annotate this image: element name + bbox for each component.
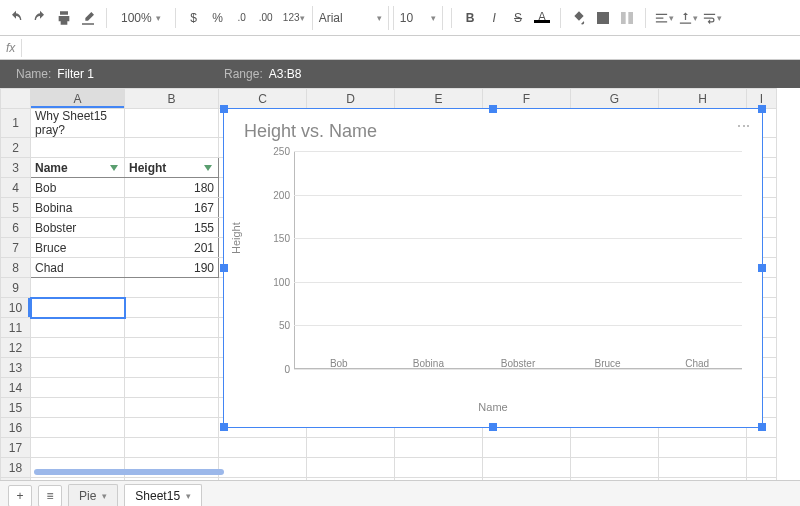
cell[interactable]	[125, 358, 219, 378]
decrease-decimal-button[interactable]: .0	[232, 7, 252, 29]
cell[interactable]	[219, 478, 307, 481]
cell[interactable]: Chad	[31, 258, 125, 278]
tab-sheet15[interactable]: Sheet15▾	[124, 484, 202, 507]
chart-object[interactable]: ⋮ Height vs. Name Height 050100150200250…	[223, 108, 763, 428]
cell[interactable]: Bobster	[31, 218, 125, 238]
tab-pie[interactable]: Pie▾	[68, 484, 118, 507]
cell[interactable]	[395, 438, 483, 458]
cell[interactable]	[483, 438, 571, 458]
row-header[interactable]: 17	[1, 438, 31, 458]
cell[interactable]	[31, 278, 125, 298]
redo-button[interactable]	[30, 7, 50, 29]
cell[interactable]	[125, 138, 219, 158]
font-family-dropdown[interactable]: Arial▾	[312, 6, 389, 30]
chart-menu-icon[interactable]: ⋮	[736, 119, 752, 134]
cell[interactable]: 155	[125, 218, 219, 238]
col-header[interactable]: D	[307, 89, 395, 109]
cell[interactable]	[31, 398, 125, 418]
cell[interactable]	[31, 318, 125, 338]
cell[interactable]	[307, 438, 395, 458]
row-header[interactable]: 5	[1, 198, 31, 218]
cell[interactable]	[747, 478, 777, 481]
col-header[interactable]: G	[571, 89, 659, 109]
select-all-corner[interactable]	[1, 89, 31, 109]
cell[interactable]	[31, 358, 125, 378]
col-header[interactable]: B	[125, 89, 219, 109]
cell[interactable]	[395, 478, 483, 481]
row-header[interactable]: 15	[1, 398, 31, 418]
horizontal-scrollbar[interactable]	[34, 469, 224, 475]
currency-button[interactable]: $	[184, 7, 204, 29]
cell[interactable]: 167	[125, 198, 219, 218]
col-header[interactable]: C	[219, 89, 307, 109]
increase-decimal-button[interactable]: .00	[256, 7, 276, 29]
row-header[interactable]: 13	[1, 358, 31, 378]
cell[interactable]: Why Sheet15 pray?	[31, 109, 125, 138]
cell[interactable]	[31, 438, 125, 458]
row-header[interactable]: 10	[1, 298, 31, 318]
row-header[interactable]: 1	[1, 109, 31, 138]
cell[interactable]	[125, 418, 219, 438]
cell[interactable]	[483, 478, 571, 481]
cell[interactable]: Bobina	[31, 198, 125, 218]
all-sheets-button[interactable]: ≡	[38, 485, 62, 507]
cell[interactable]	[31, 478, 125, 481]
strikethrough-button[interactable]: S	[508, 7, 528, 29]
print-button[interactable]	[54, 7, 74, 29]
cell[interactable]	[307, 478, 395, 481]
bold-button[interactable]: B	[460, 7, 480, 29]
filter-range-value[interactable]: A3:B8	[269, 67, 302, 81]
cell[interactable]	[125, 298, 219, 318]
cell[interactable]	[125, 438, 219, 458]
row-header[interactable]: 19	[1, 478, 31, 481]
row-header[interactable]: 16	[1, 418, 31, 438]
cell[interactable]	[747, 438, 777, 458]
row-header[interactable]: 4	[1, 178, 31, 198]
filter-name-value[interactable]: Filter 1	[57, 67, 94, 81]
cell[interactable]	[31, 298, 125, 318]
row-header[interactable]: 6	[1, 218, 31, 238]
cell[interactable]	[219, 438, 307, 458]
cell[interactable]	[31, 338, 125, 358]
cell[interactable]	[307, 458, 395, 478]
formula-input[interactable]	[21, 39, 794, 57]
cell[interactable]	[31, 378, 125, 398]
cell[interactable]	[31, 418, 125, 438]
row-header[interactable]: 2	[1, 138, 31, 158]
row-header[interactable]: 14	[1, 378, 31, 398]
row-header[interactable]: 8	[1, 258, 31, 278]
row-header[interactable]: 9	[1, 278, 31, 298]
cell[interactable]: Bob	[31, 178, 125, 198]
cell[interactable]: 190	[125, 258, 219, 278]
cell[interactable]	[659, 478, 747, 481]
row-header[interactable]: 18	[1, 458, 31, 478]
text-wrap-button[interactable]: ▾	[702, 7, 722, 29]
borders-button[interactable]	[593, 7, 613, 29]
cell[interactable]	[395, 458, 483, 478]
percent-button[interactable]: %	[208, 7, 228, 29]
cell[interactable]	[659, 458, 747, 478]
row-header[interactable]: 7	[1, 238, 31, 258]
cell[interactable]	[125, 109, 219, 138]
text-color-button[interactable]: A	[532, 7, 552, 29]
col-header[interactable]: E	[395, 89, 483, 109]
cell[interactable]	[125, 478, 219, 481]
cell[interactable]: 180	[125, 178, 219, 198]
more-formats-button[interactable]: 123▾	[280, 7, 308, 29]
cell[interactable]	[31, 138, 125, 158]
cell[interactable]: Bruce	[31, 238, 125, 258]
vertical-align-button[interactable]: ▾	[678, 7, 698, 29]
cell[interactable]	[747, 458, 777, 478]
add-sheet-button[interactable]: +	[8, 485, 32, 507]
row-header[interactable]: 12	[1, 338, 31, 358]
cell[interactable]	[125, 398, 219, 418]
cell[interactable]: Name	[31, 158, 125, 178]
horizontal-align-button[interactable]: ▾	[654, 7, 674, 29]
cell[interactable]	[571, 478, 659, 481]
filter-icon[interactable]	[204, 165, 212, 171]
fill-color-button[interactable]	[569, 7, 589, 29]
cell[interactable]: 201	[125, 238, 219, 258]
cell[interactable]	[659, 438, 747, 458]
merge-cells-button[interactable]	[617, 7, 637, 29]
cell[interactable]	[571, 458, 659, 478]
